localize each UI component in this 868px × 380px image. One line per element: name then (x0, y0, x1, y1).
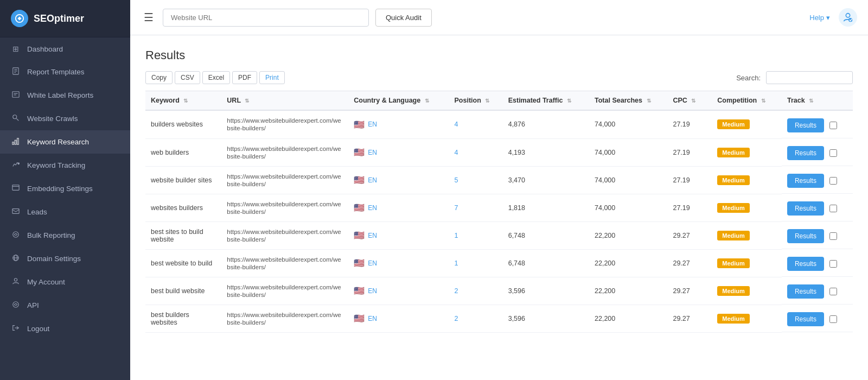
cell-country: 🇺🇸 EN (348, 166, 449, 194)
cell-country: 🇺🇸 EN (348, 221, 449, 249)
lang-label: EN (368, 176, 377, 184)
track-checkbox[interactable] (829, 122, 837, 129)
results-button[interactable]: Results (787, 174, 824, 188)
quick-audit-button[interactable]: Quick Audit (375, 9, 432, 27)
cell-position: 1 (449, 221, 503, 249)
cell-searches: 22,200 (589, 221, 667, 249)
cell-cpc: 29.27 (667, 305, 712, 332)
sidebar-item-keyword-tracking[interactable]: Keyword Tracking (0, 154, 130, 177)
competition-badge: Medium (717, 119, 750, 129)
cell-searches: 74,000 (589, 194, 667, 221)
sidebar-item-label: Report Templates (27, 68, 85, 76)
col-header-traffic[interactable]: Estimated Traffic ⇅ (503, 91, 589, 111)
cell-track: Results (782, 138, 853, 166)
cell-url: https://www.websitebuilderexpert.com/web… (221, 249, 348, 277)
lang-label: EN (368, 149, 377, 156)
competition-badge: Medium (717, 175, 750, 185)
csv-button[interactable]: CSV (175, 71, 200, 84)
sidebar-item-label: White Label Reports (27, 91, 93, 99)
results-button[interactable]: Results (787, 257, 824, 271)
sidebar-item-keyword-research[interactable]: Keyword Research (0, 130, 130, 154)
pdf-button[interactable]: PDF (232, 71, 257, 84)
cell-competition: Medium (712, 138, 782, 166)
sidebar-item-embedding-settings[interactable]: Embedding Settings (0, 177, 130, 200)
sidebar-item-website-crawls[interactable]: Website Crawls (0, 107, 130, 130)
page-title: Results (145, 48, 853, 62)
cell-track: Results (782, 111, 853, 138)
sidebar-item-domain-settings[interactable]: Domain Settings (0, 247, 130, 270)
track-checkbox[interactable] (829, 177, 837, 185)
col-header-cpc[interactable]: CPC ⇅ (667, 91, 712, 111)
track-checkbox[interactable] (829, 288, 837, 295)
col-header-track[interactable]: Track ⇅ (782, 91, 853, 111)
search-input[interactable] (766, 71, 853, 84)
col-header-searches[interactable]: Total Searches ⇅ (589, 91, 667, 111)
col-header-country[interactable]: Country & Language ⇅ (348, 91, 449, 111)
sidebar-item-bulk-reporting[interactable]: Bulk Reporting (0, 224, 130, 247)
logout-icon (11, 324, 21, 333)
cell-traffic: 1,818 (503, 194, 589, 221)
user-avatar[interactable] (839, 8, 857, 27)
track-checkbox[interactable] (829, 232, 837, 240)
url-input[interactable] (163, 9, 369, 27)
sidebar-item-white-label[interactable]: White Label Reports (0, 84, 130, 107)
lang-label: EN (368, 315, 377, 322)
print-button[interactable]: Print (259, 71, 285, 84)
cell-competition: Medium (712, 249, 782, 277)
sidebar-item-label: Keyword Research (27, 138, 89, 146)
cell-url: https://www.websitebuilderexpert.com/web… (221, 138, 348, 166)
cell-searches: 74,000 (589, 138, 667, 166)
flag-icon: 🇺🇸 (354, 230, 365, 240)
copy-button[interactable]: Copy (145, 71, 173, 84)
lang-label: EN (368, 204, 377, 212)
cell-traffic: 4,193 (503, 138, 589, 166)
results-button[interactable]: Results (787, 146, 824, 160)
help-button[interactable]: Help ▾ (809, 14, 830, 22)
results-button[interactable]: Results (787, 312, 824, 326)
sidebar-item-label: Logout (27, 325, 49, 333)
track-checkbox[interactable] (829, 205, 837, 212)
col-header-competition[interactable]: Competition ⇅ (712, 91, 782, 111)
svg-point-17 (13, 232, 19, 238)
cell-traffic: 6,748 (503, 249, 589, 277)
track-checkbox[interactable] (829, 149, 837, 157)
sidebar-item-label: Bulk Reporting (27, 231, 75, 239)
cell-traffic: 3,596 (503, 305, 589, 332)
cell-position: 4 (449, 110, 503, 138)
results-button[interactable]: Results (787, 201, 824, 216)
sidebar-item-api[interactable]: API (0, 294, 130, 317)
table-row: best website to build https://www.websit… (145, 249, 853, 277)
sort-icon-cpc: ⇅ (691, 98, 695, 104)
cell-keyword: websites builders (145, 194, 221, 221)
track-checkbox[interactable] (829, 260, 837, 268)
table-row: best build website https://www.websitebu… (145, 277, 853, 305)
sidebar-item-my-account[interactable]: My Account (0, 270, 130, 294)
cell-cpc: 27.19 (667, 138, 712, 166)
cell-competition: Medium (712, 277, 782, 305)
svg-rect-11 (15, 140, 16, 144)
sidebar-item-leads[interactable]: Leads (0, 200, 130, 224)
cell-searches: 74,000 (589, 166, 667, 194)
sidebar-item-report-templates[interactable]: Report Templates (0, 60, 130, 84)
track-checkbox[interactable] (829, 315, 837, 323)
sort-icon-searches: ⇅ (647, 98, 651, 104)
results-button[interactable]: Results (787, 229, 824, 243)
col-header-position[interactable]: Position ⇅ (449, 91, 503, 111)
cell-keyword: best build website (145, 277, 221, 305)
competition-badge: Medium (717, 231, 750, 240)
results-button[interactable]: Results (787, 118, 824, 132)
cell-track: Results (782, 194, 853, 221)
col-header-url[interactable]: URL ⇅ (221, 91, 348, 111)
domain-settings-icon (11, 254, 21, 263)
cell-cpc: 27.19 (667, 166, 712, 194)
results-button[interactable]: Results (787, 284, 824, 299)
sidebar-item-logout[interactable]: Logout (0, 317, 130, 340)
hamburger-icon[interactable]: ☰ (141, 8, 156, 27)
cell-competition: Medium (712, 110, 782, 138)
cell-searches: 22,200 (589, 277, 667, 305)
sort-icon-traffic: ⇅ (567, 98, 571, 104)
sidebar-item-dashboard[interactable]: ⊞ Dashboard (0, 37, 130, 60)
col-header-keyword[interactable]: Keyword ⇅ (145, 91, 221, 111)
cell-country: 🇺🇸 EN (348, 110, 449, 138)
excel-button[interactable]: Excel (202, 71, 230, 84)
